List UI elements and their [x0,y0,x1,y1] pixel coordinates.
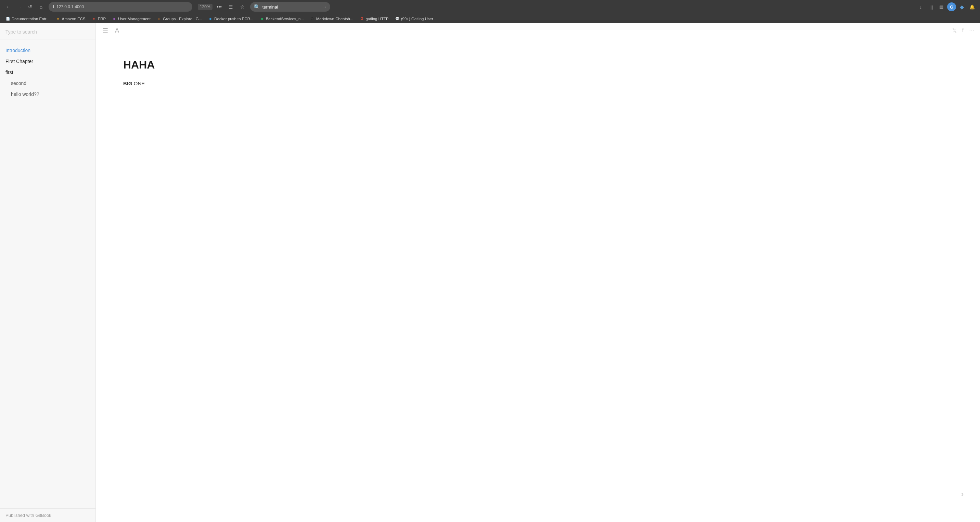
home-button[interactable]: ⌂ [36,2,46,12]
bookmark-favicon: G [360,16,364,21]
toolbar-middle: 120% ••• ☰ ☆ [198,2,247,12]
bookmark-label: BackendServices_n... [266,17,304,21]
bookmark-label: Groups · Explore · G... [163,17,202,21]
sidebar-footer: Published with GitBook [0,508,95,522]
facebook-button[interactable]: f [962,27,964,34]
reader-icon[interactable]: ▤ [937,2,946,11]
app-container: Introduction First Chapter first second … [0,23,980,522]
nav-buttons: ← → ↺ ⌂ [3,2,46,12]
bookmark-favicon: ◆ [260,16,264,21]
browser-chrome: ← → ↺ ⌂ ℹ 127.0.0.1:4000 120% ••• ☰ ☆ 🔍 … [0,0,980,23]
bookmark-label: Amazon ECS [62,17,86,21]
bookmark-item[interactable]: 💬 (99+) Gatling User ... [392,16,441,22]
next-button[interactable]: › [958,487,966,501]
bookmark-item[interactable]: ● Amazon ECS [53,16,88,22]
vpn-icon[interactable]: ◆ [958,2,966,11]
bookmark-favicon: ◆ [208,16,213,21]
bookmark-favicon: ● [92,16,97,21]
twitter-button[interactable]: 𝕏 [952,27,957,34]
sync-icon[interactable]: G [947,2,956,11]
forward-button[interactable]: → [14,2,24,12]
sidebar-search[interactable] [0,23,95,39]
bookmark-item[interactable]: ◇ Groups · Explore · G... [154,16,205,22]
content-area: ☰ A 𝕏 f ⋯ HAHA BIG ONE › [96,23,980,522]
sidebar-search-input[interactable] [5,29,90,35]
star-button[interactable]: ☆ [238,2,247,12]
main-content: HAHA BIG ONE › [96,38,980,522]
content-text: ONE [132,80,145,86]
download-icon[interactable]: ↓ [916,2,925,11]
content-toolbar: ☰ A 𝕏 f ⋯ [96,23,980,38]
bookmarks-bar: 📄 Documentation Entr... ● Amazon ECS ● E… [0,14,980,23]
share-button[interactable]: ⋯ [969,27,975,34]
page-title: HAHA [123,59,953,71]
content-bold: BIG [123,80,132,86]
zoom-indicator: 120% [198,4,213,10]
bookmark-label: Documentation Entr... [12,17,49,21]
more-button[interactable]: ••• [215,2,224,12]
bookmark-label: User Management [118,17,151,21]
secure-icon: ℹ [53,5,54,9]
sidebar-item-first[interactable]: first [0,67,95,78]
bookmark-favicon: 📄 [5,16,10,21]
font-icon-button[interactable]: A [114,26,121,35]
bookmark-label: Markdown Cheatsh... [316,17,353,21]
bookmark-label: Docker push to ECR... [214,17,253,21]
library-icon[interactable]: ||| [927,2,935,11]
bookmark-favicon: 💬 [395,16,400,21]
search-input[interactable] [262,5,320,10]
address-bar[interactable]: ℹ 127.0.0.1:4000 [49,2,192,12]
bookmark-item[interactable]: ◆ BackendServices_n... [257,16,307,22]
sidebar: Introduction First Chapter first second … [0,23,96,522]
menu-icon-button[interactable]: ☰ [101,26,110,35]
url-display: 127.0.0.1:4000 [56,5,84,9]
bookmark-favicon: ⬡ [310,16,315,21]
bookmark-item[interactable]: ◆ Docker push to ECR... [205,16,256,22]
notify-icon[interactable]: 🔔 [968,2,977,11]
browser-toolbar: ← → ↺ ⌂ ℹ 127.0.0.1:4000 120% ••• ☰ ☆ 🔍 … [0,0,980,14]
bookmark-item[interactable]: ● ERP [89,16,109,22]
content-body: BIG ONE [123,80,953,88]
bookmark-item[interactable]: ◆ User Management [109,16,153,22]
bookmark-label: (99+) Gatling User ... [401,17,438,21]
bookmark-favicon: ● [56,16,60,21]
bookmark-label: ERP [98,17,106,21]
sidebar-item-hello-world[interactable]: hello world?? [0,89,95,100]
bookmark-item[interactable]: G gatling HTTP [357,16,391,22]
sidebar-item-introduction[interactable]: Introduction [0,45,95,56]
toolbar-right: ↓ ||| ▤ G ◆ 🔔 [916,2,977,11]
pocket-button[interactable]: ☰ [226,2,236,12]
bookmark-favicon: ◆ [112,16,117,21]
back-button[interactable]: ← [3,2,13,12]
search-go-button[interactable]: → [322,4,327,10]
refresh-button[interactable]: ↺ [25,2,35,12]
sidebar-item-second[interactable]: second [0,78,95,89]
search-bar[interactable]: 🔍 → [250,2,330,12]
sidebar-item-first-chapter[interactable]: First Chapter [0,56,95,67]
bookmark-item[interactable]: ⬡ Markdown Cheatsh... [307,16,356,22]
sidebar-nav: Introduction First Chapter first second … [0,39,95,508]
bookmark-favicon: ◇ [157,16,162,21]
bookmark-item[interactable]: 📄 Documentation Entr... [3,16,52,22]
search-icon: 🔍 [253,4,260,10]
content-toolbar-left: ☰ A [101,26,121,35]
bookmark-label: gatling HTTP [366,17,389,21]
content-toolbar-right: 𝕏 f ⋯ [952,27,975,34]
